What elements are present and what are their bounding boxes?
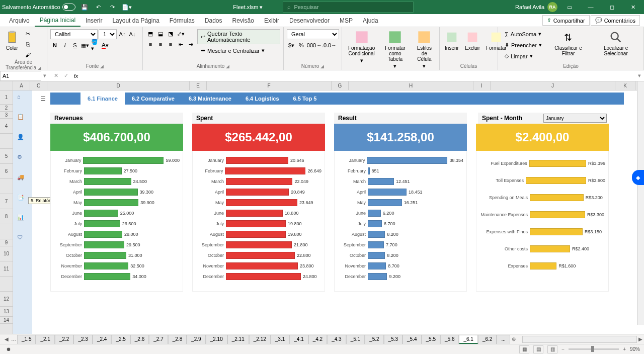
sheet-tab[interactable]: _5.2: [365, 335, 383, 344]
menu-icon[interactable]: ☰: [36, 93, 50, 105]
align-left-icon[interactable]: ≡: [146, 40, 155, 49]
row-header[interactable]: 13: [0, 307, 13, 317]
clear-button[interactable]: ◇ Limpar ▾: [501, 51, 545, 61]
dash-tab-maintenance[interactable]: 6.3 Maintenance: [182, 93, 238, 105]
borders-icon[interactable]: ▦▾: [80, 41, 90, 50]
nav-user-icon[interactable]: 👤: [17, 134, 28, 145]
column-header[interactable]: A: [13, 81, 30, 90]
tab-dados[interactable]: Dados: [200, 14, 227, 27]
format-painter-icon[interactable]: 🖌: [23, 50, 32, 59]
column-header[interactable]: G: [332, 81, 349, 90]
zoom-slider[interactable]: [569, 348, 619, 350]
enter-formula-icon[interactable]: ✓: [61, 71, 70, 80]
autosave-toggle[interactable]: Salvamento Automático: [2, 4, 75, 11]
delete-cells-button[interactable]: Excluir: [463, 29, 482, 52]
cancel-formula-icon[interactable]: ✕: [51, 71, 60, 80]
sheet-nav-prev[interactable]: …: [10, 336, 17, 342]
autosum-button[interactable]: ∑ AutoSoma ▾: [501, 29, 545, 39]
sheet-tab[interactable]: _2.4: [93, 335, 111, 344]
column-header[interactable]: K: [615, 81, 635, 90]
maximize-icon[interactable]: ◻: [603, 0, 621, 14]
undo-icon[interactable]: ↶: [94, 2, 104, 12]
sheet-tab[interactable]: _5.6: [440, 335, 459, 344]
font-name-select[interactable]: Calibri: [50, 29, 98, 39]
row-header[interactable]: 2: [0, 105, 13, 112]
italic-icon[interactable]: I: [60, 41, 69, 50]
sheet-tab[interactable]: _5.4: [403, 335, 421, 344]
decrease-decimal-icon[interactable]: .0→: [327, 41, 336, 50]
sheet-tab[interactable]: _2.1: [36, 335, 54, 344]
horizontal-scrollbar[interactable]: [522, 336, 637, 343]
sheet-tab[interactable]: _6.2: [478, 335, 497, 344]
tab-revisao[interactable]: Revisão: [227, 14, 259, 27]
file-name[interactable]: Fleet.xlsm ▾: [233, 4, 263, 11]
align-bottom-icon[interactable]: ⬔: [166, 29, 175, 38]
sheet-tab[interactable]: _2.3: [73, 335, 92, 344]
dash-tab-comparative[interactable]: 6.2 Comparative: [125, 93, 182, 105]
redo-icon[interactable]: ↷: [108, 2, 118, 12]
dash-tab-top5[interactable]: 6.5 Top 5: [286, 93, 324, 105]
column-header[interactable]: E: [190, 81, 207, 90]
record-macro-icon[interactable]: ⏺: [6, 346, 11, 352]
row-header[interactable]: 1: [0, 90, 13, 105]
ribbon-options-icon[interactable]: ▭: [560, 0, 579, 14]
dash-tab-logistics[interactable]: 6.4 Logistics: [238, 93, 286, 105]
nav-sheet-icon[interactable]: 📑: [17, 194, 28, 205]
shrink-font-icon[interactable]: A↓: [128, 30, 137, 39]
dropbox-icon[interactable]: ◆: [632, 170, 644, 185]
tab-ajuda[interactable]: Ajuda: [358, 14, 383, 27]
row-header[interactable]: [0, 277, 13, 292]
column-header[interactable]: I: [473, 81, 491, 90]
cell-styles-button[interactable]: Estilos de Célula ▾: [413, 29, 436, 70]
minimize-icon[interactable]: —: [582, 0, 600, 14]
tab-layout[interactable]: Layout da Página: [107, 14, 164, 27]
sheet-tab[interactable]: _3.1: [271, 335, 289, 344]
underline-icon[interactable]: S: [70, 41, 79, 50]
search-box[interactable]: ⌕ Pesquisar: [283, 2, 414, 13]
sheet-tab[interactable]: _2.5: [111, 335, 130, 344]
row-header[interactable]: 9: [0, 239, 13, 246]
formula-input[interactable]: [84, 71, 635, 81]
tab-exibir[interactable]: Exibir: [259, 14, 284, 27]
tab-arquivo[interactable]: Arquivo: [4, 14, 35, 27]
orientation-icon[interactable]: ⤢▾: [176, 29, 185, 38]
nav-report-icon[interactable]: 📋: [17, 114, 28, 125]
align-top-icon[interactable]: ⬒: [146, 29, 155, 38]
dash-tab-finance[interactable]: 6.1 Finance: [80, 93, 125, 105]
user-name[interactable]: Rafael Avila: [515, 4, 544, 10]
row-header[interactable]: [0, 179, 13, 194]
sheet-tab[interactable]: _2.12: [249, 335, 271, 344]
view-page-break-icon[interactable]: ▥: [547, 345, 557, 353]
sheet-tab[interactable]: _2.11: [227, 335, 249, 344]
sheet-nav-first[interactable]: ◀: [3, 336, 10, 342]
view-page-layout-icon[interactable]: ▤: [533, 345, 543, 353]
grow-font-icon[interactable]: A↑: [118, 30, 127, 39]
row-header[interactable]: 10: [0, 246, 13, 261]
conditional-format-button[interactable]: Formatação Condicional ▾: [345, 29, 378, 65]
font-color-icon[interactable]: A▾: [101, 41, 110, 50]
merge-center-button[interactable]: ⬌ Mesclar e Centralizar ▾: [197, 46, 280, 55]
row-header[interactable]: [0, 224, 13, 239]
font-size-select[interactable]: 11: [99, 29, 117, 39]
number-format-select[interactable]: Geral: [287, 29, 339, 39]
month-select[interactable]: January: [543, 114, 607, 123]
row-header[interactable]: 3: [0, 112, 13, 119]
sheet-nav-next[interactable]: ▶: [637, 336, 644, 342]
vertical-scrollbar[interactable]: [637, 81, 644, 325]
sheet-tab[interactable]: ...: [497, 335, 510, 344]
bold-icon[interactable]: N: [50, 41, 59, 50]
nav-chart-icon[interactable]: 📊: [17, 214, 28, 225]
column-header[interactable]: D: [47, 81, 190, 90]
comma-icon[interactable]: 000: [307, 41, 316, 50]
close-icon[interactable]: ✕: [624, 0, 642, 14]
sheet-tab[interactable]: _6.1: [459, 335, 477, 344]
column-header[interactable]: F: [207, 81, 332, 90]
percent-icon[interactable]: %: [297, 41, 306, 50]
row-header[interactable]: 12: [0, 292, 13, 307]
share-button[interactable]: ⇪Compartilhar: [542, 15, 590, 26]
increase-decimal-icon[interactable]: ←.0: [317, 41, 326, 50]
tab-desenvolvedor[interactable]: Desenvolvedor: [284, 14, 335, 27]
nav-gear-icon[interactable]: ⚙: [17, 154, 28, 165]
qat-more-icon[interactable]: 📄▾: [122, 2, 132, 12]
outdent-icon[interactable]: ⇤: [176, 40, 185, 49]
